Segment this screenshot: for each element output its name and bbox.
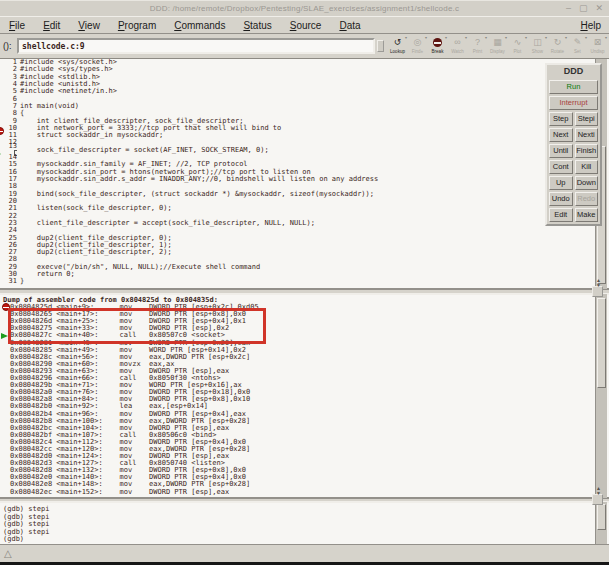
down-button[interactable]: Down (575, 176, 599, 190)
console-scrollbar-thumb[interactable] (597, 504, 606, 530)
display-button[interactable]: ▦Display▾ (488, 36, 507, 58)
source-line[interactable]: 21 listen(sock_file_descripter, 0); (0, 205, 609, 212)
watch-button[interactable]: ∞Watch▾ (448, 36, 467, 58)
source-line-text: #include <netinet/in.h> (20, 88, 117, 95)
source-line[interactable]: 31} (0, 278, 609, 285)
menu-help[interactable]: Help (572, 18, 609, 33)
argument-input[interactable] (17, 38, 375, 54)
dropdown-arrow-icon: ▾ (485, 36, 487, 40)
maximize-icon[interactable]: ▢ (579, 2, 588, 15)
toolbar-button-label: Set (569, 48, 586, 53)
menu-bar-items: FileEditViewProgramCommandsStatusSourceD… (0, 18, 370, 33)
disassembly-line-text: 0x080482ec <main+152>: mov DWORD PTR [es… (10, 488, 229, 496)
current-pc-arrow-icon (1, 333, 8, 339)
source-line-text: client_file_descripter = accept(sock_fil… (20, 220, 315, 227)
dropdown-arrow-icon: ▾ (605, 36, 607, 40)
menu-edit[interactable]: Edit (34, 18, 69, 33)
source-line[interactable]: 7int main(void) (0, 103, 609, 110)
splitter-arrows-icon[interactable]: ▲▼ (596, 278, 601, 288)
disassembly-pane[interactable]: Dump of assembler code from 0x804825d to… (0, 294, 609, 498)
menu-source[interactable]: Source (281, 18, 331, 33)
source-line-text: listen(sock_file_descripter, 0); (20, 205, 172, 212)
toolbar-button-label: Watch (449, 48, 466, 53)
source-code-pane[interactable]: 1#include <sys/socket.h>2#include <sys/t… (0, 59, 609, 289)
source-line-text: dup2(client_file_descripter, 2); (20, 249, 172, 256)
command-tool-panel[interactable]: DDD Run Interrupt StepStepiNextNextiUnti… (545, 63, 602, 226)
source-line[interactable]: 13 sock_file_descripter = socket(AF_INET… (0, 147, 609, 154)
console-line: (gdb) stepi (0, 514, 609, 522)
source-line-number[interactable]: 31 (6, 278, 17, 285)
source-line[interactable]: 29 execve("/bin/sh", NULL, NULL);//Execu… (0, 264, 609, 271)
source-line[interactable]: 5#include <netinet/in.h> (0, 88, 609, 95)
console-scrollbar[interactable] (595, 502, 607, 544)
console-prompt[interactable]: (gdb) (0, 536, 609, 544)
disassembly-scrollbar[interactable] (595, 294, 607, 498)
menu-status[interactable]: Status (234, 18, 280, 33)
stepi-button[interactable]: Stepi (575, 112, 599, 126)
command-button-row: EditMake (549, 208, 598, 222)
toolbar-button-label: Lookup (389, 48, 406, 53)
source-line-text: mysockaddr.sin_addr.s_addr = INADDR_ANY;… (20, 176, 378, 183)
close-icon[interactable]: ✕ (595, 2, 603, 15)
source-line[interactable]: 11 struct sockaddr_in mysockaddr; (0, 132, 609, 139)
dropdown-arrow-icon: ▾ (545, 36, 547, 40)
next-button[interactable]: Next (549, 128, 573, 142)
source-line[interactable]: 23 client_file_descripter = accept(sock_… (0, 220, 609, 227)
menu-data[interactable]: Data (330, 18, 369, 33)
splitter-arrows-icon[interactable]: ▲▼ (596, 486, 601, 496)
break-button[interactable]: Break▾ (428, 36, 447, 58)
run-button[interactable]: Run (549, 80, 598, 94)
disassembly-line[interactable]: 0x080482ec <main+152>: mov DWORD PTR [es… (0, 489, 609, 496)
dropdown-arrow-icon: ▾ (405, 36, 407, 40)
menu-view[interactable]: View (69, 18, 109, 33)
nexti-button[interactable]: Nexti (575, 128, 599, 142)
title-bar[interactable]: DDD: /home/remote/Dropbox/Pentesting/SLA… (0, 1, 609, 16)
kill-button[interactable]: Kill (575, 160, 599, 174)
menu-program[interactable]: Program (109, 18, 165, 33)
toolbar-button-label: Plot (509, 48, 526, 53)
make-button[interactable]: Make (575, 208, 599, 222)
source-line[interactable]: 6 (0, 96, 609, 103)
rotate-button[interactable]: ↻Rotate▾ (548, 36, 567, 58)
cont-button[interactable]: Cont (549, 160, 573, 174)
source-line[interactable]: 30 return 0; (0, 271, 609, 278)
gdb-console[interactable]: (gdb) stepi(gdb) stepi(gdb) stepi(gdb) s… (0, 502, 609, 544)
command-button-row: UpDown (549, 176, 598, 190)
source-line[interactable]: 27 dup2(client_file_descripter, 2); (0, 249, 609, 256)
dropdown-arrow-icon: ▾ (585, 36, 587, 40)
plot-button[interactable]: ∿Plot▾ (508, 36, 527, 58)
command-button-row: StepStepi (549, 112, 598, 126)
menu-file[interactable]: File (0, 18, 34, 33)
breakpoint-stop-icon[interactable] (2, 303, 10, 311)
show-button[interactable]: ◫Show▾ (528, 36, 547, 58)
up-button[interactable]: Up (549, 176, 573, 190)
menu-commands[interactable]: Commands (165, 18, 234, 33)
dropdown-arrow-icon: ▾ (505, 36, 507, 40)
undisp-button[interactable]: ⊠Undisp▾ (588, 36, 607, 58)
ddd-busy-triangle-icon: △ (4, 548, 12, 560)
dropdown-arrow-icon: ▾ (565, 36, 567, 40)
until-button[interactable]: Until (549, 144, 573, 158)
disassembly-scrollbar-thumb[interactable] (597, 298, 606, 388)
interrupt-button[interactable]: Interrupt (549, 96, 598, 110)
command-tool-title: DDD (549, 66, 598, 78)
argument-grip[interactable] (377, 40, 384, 52)
finish-button[interactable]: Finish (575, 144, 599, 158)
find-button[interactable]: ◎Find»▾ (408, 36, 427, 58)
set-button[interactable]: ✎Set▾ (568, 36, 587, 58)
source-line[interactable]: 17 mysockaddr.sin_addr.s_addr = INADDR_A… (0, 176, 609, 183)
console-line: (gdb) stepi (0, 521, 609, 529)
step-button[interactable]: Step (549, 112, 573, 126)
current-line-arrow-icon (0, 151, 1, 157)
dropdown-arrow-icon: ▾ (525, 36, 527, 40)
edit-button[interactable]: Edit (549, 208, 573, 222)
redo-button[interactable]: Redo (575, 192, 599, 206)
window-title: DDD: /home/remote/Dropbox/Pentesting/SLA… (0, 4, 609, 13)
lookup-button[interactable]: ↺Lookup▾ (388, 36, 407, 58)
print-button[interactable]: ?Print▾ (468, 36, 487, 58)
minimize-icon[interactable]: – (566, 2, 571, 15)
source-line-text: } (20, 278, 24, 285)
source-line[interactable]: 19 bind(sock_file_descripter, (struct so… (0, 191, 609, 198)
undo-button[interactable]: Undo (549, 192, 573, 206)
command-button-row: NextNexti (549, 128, 598, 142)
